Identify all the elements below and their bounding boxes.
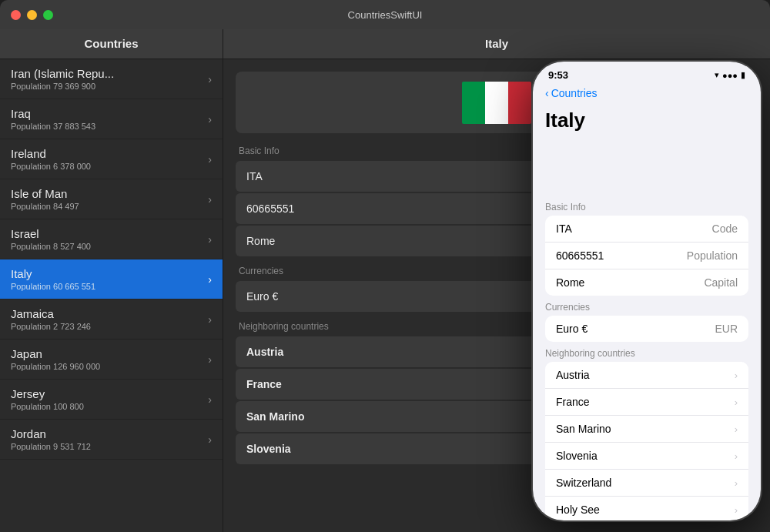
close-button[interactable] <box>11 10 21 20</box>
sidebar-item-content: Japan Population 126 960 000 <box>11 347 100 371</box>
chevron-icon: › <box>208 233 212 246</box>
phone-neighbor-row[interactable]: San Marino › <box>545 416 748 443</box>
window-controls[interactable] <box>11 10 53 20</box>
phone-neighbor-chevron-icon: › <box>735 370 738 381</box>
chevron-icon: › <box>208 273 212 286</box>
phone-neighbor-name: Switzerland <box>556 477 611 489</box>
phone-currency-row: Euro € EUR <box>545 316 748 342</box>
phone-currencies-section: Currencies Euro € EUR <box>545 302 748 342</box>
phone-info-group: ITA Code 60665551 Population Rome Capita… <box>545 216 748 296</box>
phone-screen[interactable]: ‹ Countries Italy Basic Info <box>533 84 761 520</box>
phone-currency-code: EUR <box>715 323 738 335</box>
sidebar-item-israel[interactable]: Israel Population 8 527 400 › <box>0 219 223 259</box>
phone-neighbor-chevron-icon: › <box>735 396 738 408</box>
sidebar-item-name: Isle of Man <box>11 187 79 200</box>
flag-green <box>462 82 485 124</box>
signal-icon: ●●● <box>722 71 738 80</box>
neighbor-name: France <box>246 378 282 390</box>
back-chevron-icon: ‹ <box>545 87 549 99</box>
phone-pop-key: Population <box>687 249 738 262</box>
code-value: ITA <box>246 170 263 182</box>
neighbor-name: Slovenia <box>246 443 291 455</box>
sidebar-item-name: Israel <box>11 227 91 240</box>
phone-capital-key: Capital <box>704 276 738 289</box>
sidebar-item-content: Isle of Man Population 84 497 <box>11 187 79 211</box>
phone-status-icons: ▾ ●●● ▮ <box>715 70 745 80</box>
phone-neighbor-row[interactable]: Austria › <box>545 362 748 389</box>
chevron-icon: › <box>208 153 212 166</box>
phone-time: 9:53 <box>548 69 568 81</box>
phone-capital-value: Rome <box>556 276 584 289</box>
sidebar-item-content: Iran (Islamic Repu... Population 79 369 … <box>11 67 114 91</box>
phone-population-row: 60665551 Population <box>545 243 748 269</box>
phone-neighbors-group: Austria › France › San Marino › Slovenia… <box>545 362 748 520</box>
sidebar-item-name: Jamaica <box>11 307 91 320</box>
phone-code-value: ITA <box>556 223 572 235</box>
sidebar-item-content: Jersey Population 100 800 <box>11 387 84 411</box>
sidebar-title: Countries <box>84 37 138 50</box>
sidebar-item-italy[interactable]: Italy Population 60 665 551 › <box>0 259 223 299</box>
phone-code-key: Code <box>712 223 738 235</box>
phone-flag-container <box>533 139 761 196</box>
population-value: 60665551 <box>246 202 294 215</box>
phone-neighbor-row[interactable]: Holy See › <box>545 497 748 520</box>
phone-code-row: ITA Code <box>545 216 748 243</box>
sidebar-item-jamaica[interactable]: Jamaica Population 2 723 246 › <box>0 299 223 340</box>
phone-pop-value: 60665551 <box>556 249 604 262</box>
phone-capital-row: Rome Capital <box>545 269 748 296</box>
maximize-button[interactable] <box>43 10 53 20</box>
phone-neighbor-row[interactable]: Slovenia › <box>545 443 748 470</box>
titlebar: CountriesSwiftUI <box>0 0 770 29</box>
phone-neighbor-name: France <box>556 396 590 408</box>
phone-neighbor-chevron-icon: › <box>735 423 738 435</box>
sidebar-item-content: Italy Population 60 665 551 <box>11 267 95 291</box>
phone-neighbor-row[interactable]: France › <box>545 389 748 416</box>
sidebar-item-isle-of-man[interactable]: Isle of Man Population 84 497 › <box>0 179 223 219</box>
sidebar-item-content: Ireland Population 6 378 000 <box>11 147 91 171</box>
sidebar-list[interactable]: Iran (Islamic Repu... Population 79 369 … <box>0 59 223 532</box>
sidebar-item-jersey[interactable]: Jersey Population 100 800 › <box>0 380 223 420</box>
phone-page-title: Italy <box>533 105 761 139</box>
minimize-button[interactable] <box>27 10 37 20</box>
sidebar-item-population: Population 60 665 551 <box>11 282 95 291</box>
phone-neighbor-chevron-icon: › <box>735 477 738 489</box>
capital-value: Rome <box>246 235 275 247</box>
sidebar-item-ireland[interactable]: Ireland Population 6 378 000 › <box>0 139 223 179</box>
flag-white <box>485 82 508 124</box>
sidebar-item-population: Population 8 527 400 <box>11 242 91 251</box>
phone-currencies-label: Currencies <box>545 302 748 313</box>
chevron-icon: › <box>208 313 212 326</box>
sidebar-item-japan[interactable]: Japan Population 126 960 000 › <box>0 340 223 380</box>
chevron-icon: › <box>208 393 212 406</box>
sidebar-item-population: Population 126 960 000 <box>11 362 100 371</box>
flag-red <box>508 82 531 124</box>
sidebar-item-iran--islamic-repu---[interactable]: Iran (Islamic Repu... Population 79 369 … <box>0 59 223 99</box>
neighbor-name: Austria <box>246 346 283 358</box>
chevron-icon: › <box>208 353 212 366</box>
phone-back-button[interactable]: ‹ Countries <box>545 87 748 99</box>
phone-overlay: 9:53 ▾ ●●● ▮ ‹ Countries Italy <box>531 60 762 522</box>
content-header: Italy <box>223 29 770 59</box>
sidebar-item-population: Population 9 531 712 <box>11 442 91 451</box>
sidebar-item-jordan[interactable]: Jordan Population 9 531 712 › <box>0 420 223 460</box>
sidebar-item-population: Population 84 497 <box>11 202 79 211</box>
phone-currency-value: Euro € <box>556 323 588 335</box>
sidebar-item-name: Jordan <box>11 427 91 440</box>
sidebar-item-content: Israel Population 8 527 400 <box>11 227 91 251</box>
sidebar-item-iraq[interactable]: Iraq Population 37 883 543 › <box>0 99 223 139</box>
sidebar: Countries Iran (Islamic Repu... Populati… <box>0 29 223 532</box>
chevron-icon: › <box>208 433 212 446</box>
phone-neighbors-label: Neighboring countries <box>545 348 748 359</box>
phone-neighbor-chevron-icon: › <box>735 504 738 516</box>
sidebar-item-content: Jordan Population 9 531 712 <box>11 427 91 451</box>
chevron-icon: › <box>208 193 212 206</box>
phone-neighbor-name: Slovenia <box>556 450 598 462</box>
neighbor-name: San Marino <box>246 410 304 423</box>
phone-status-bar: 9:53 ▾ ●●● ▮ <box>533 66 761 84</box>
sidebar-item-name: Italy <box>11 267 95 280</box>
phone-neighbor-name: San Marino <box>556 423 611 435</box>
battery-icon: ▮ <box>741 70 745 80</box>
phone-neighbor-row[interactable]: Switzerland › <box>545 470 748 497</box>
sidebar-item-name: Jersey <box>11 387 84 400</box>
sidebar-item-population: Population 37 883 543 <box>11 122 95 131</box>
